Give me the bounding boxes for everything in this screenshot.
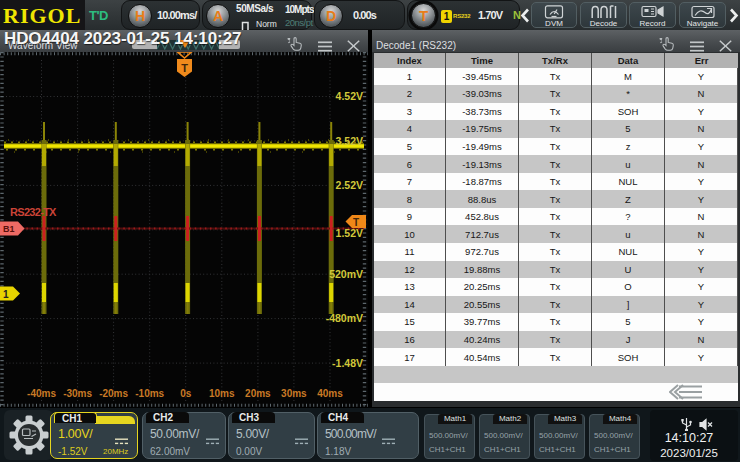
svg-text:-1.48V: -1.48V xyxy=(332,357,363,369)
svg-text:T: T xyxy=(181,62,188,74)
svg-text:4.52V: 4.52V xyxy=(336,90,363,102)
svg-text:3.52V: 3.52V xyxy=(336,135,363,147)
svg-text:RS232-TX: RS232-TX xyxy=(10,206,57,218)
svg-text:10ms: 10ms xyxy=(209,388,235,399)
svg-text:-10ms: -10ms xyxy=(135,388,164,399)
svg-text:20ms: 20ms xyxy=(245,388,271,399)
svg-text:2.52V: 2.52V xyxy=(336,179,363,191)
svg-text:-480mV: -480mV xyxy=(326,312,363,324)
svg-text:-20ms: -20ms xyxy=(99,388,128,399)
svg-text:30ms: 30ms xyxy=(281,388,307,399)
svg-text:-30ms: -30ms xyxy=(63,388,92,399)
svg-text:B1: B1 xyxy=(3,224,15,234)
svg-text:-40ms: -40ms xyxy=(27,388,56,399)
svg-text:0s: 0s xyxy=(180,388,192,399)
svg-text:1: 1 xyxy=(3,289,9,300)
svg-text:1.52V: 1.52V xyxy=(336,227,363,239)
svg-text:520mV: 520mV xyxy=(329,268,363,280)
svg-text:40ms: 40ms xyxy=(317,388,343,399)
